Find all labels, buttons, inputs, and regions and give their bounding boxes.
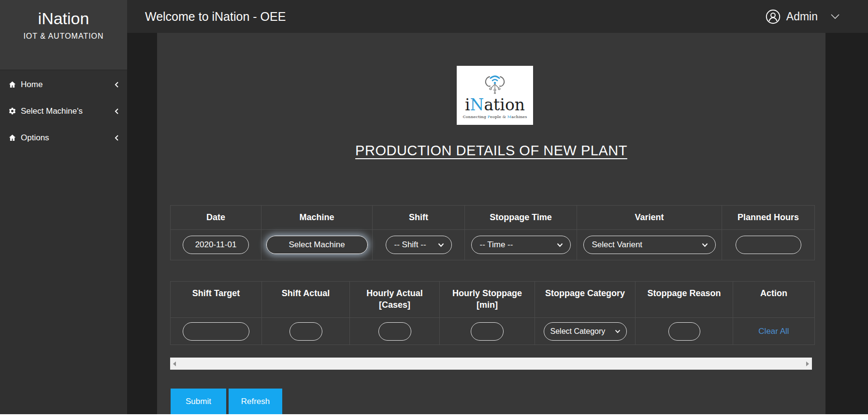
brand-title: iNation <box>38 10 89 28</box>
clear-all-link[interactable]: Clear All <box>758 327 789 336</box>
form-actions: Submit Refresh <box>171 389 282 414</box>
entry-table: Date Machine Shift Stoppage Time Varient… <box>170 205 815 260</box>
logo-wordmark: iNation <box>465 97 525 113</box>
column-header-hourly-actual: Hourly Actual[Cases] <box>350 282 440 318</box>
shift-table: Shift Target Shift Actual Hourly Actual[… <box>170 281 815 345</box>
chevron-left-icon <box>115 81 119 88</box>
column-header-stoppage-reason: Stoppage Reason <box>636 282 733 318</box>
column-header-stoppage-time: Stoppage Time <box>465 206 577 230</box>
topbar: Welcome to iNation - OEE Admin <box>127 0 868 33</box>
column-header-shift-target: Shift Target <box>171 282 262 318</box>
stoppage-time-select[interactable]: -- Time -- <box>471 236 571 254</box>
entry-table-header-row: Date Machine Shift Stoppage Time Varient… <box>171 206 815 230</box>
sidebar-item-label: Home <box>21 80 43 90</box>
logo-tagline: Connecting People & Machines <box>463 115 527 119</box>
hourly-stoppage-input[interactable] <box>471 322 504 341</box>
chevron-down-icon <box>557 243 563 247</box>
stoppage-time-select-value: -- Time -- <box>480 240 513 250</box>
chevron-left-icon <box>115 135 119 141</box>
planned-hours-input[interactable] <box>736 236 801 254</box>
page-title: Welcome to iNation - OEE <box>145 10 286 24</box>
column-header-machine: Machine <box>261 206 373 230</box>
chevron-left-icon <box>115 108 119 115</box>
hourly-actual-input[interactable] <box>378 322 411 341</box>
stoppage-category-value: Select Category <box>550 327 606 336</box>
column-header-date: Date <box>171 206 261 230</box>
sidebar-item-label: Options <box>21 133 49 143</box>
home-icon <box>8 134 16 142</box>
column-header-shift: Shift <box>373 206 465 230</box>
user-name: Admin <box>786 10 818 23</box>
column-header-shift-actual: Shift Actual <box>262 282 350 318</box>
shift-table-input-row: Select Category Clear All <box>171 318 815 345</box>
column-header-planned-hours: Planned Hours <box>722 206 815 230</box>
user-menu[interactable]: Admin <box>766 9 840 24</box>
shift-select-value: -- Shift -- <box>394 240 426 250</box>
sidebar: iNation IOT & AUTOMATION Home Select Mac… <box>0 0 127 414</box>
column-header-hourly-stoppage: Hourly Stoppage[min] <box>440 282 535 318</box>
section-heading: PRODUCTION DETAILS OF NEW PLANT <box>157 143 825 159</box>
varient-select[interactable]: Select Varient <box>583 236 716 254</box>
app-page: iNation IOT & AUTOMATION Home Select Mac… <box>0 0 868 420</box>
chevron-down-icon <box>615 330 621 333</box>
shift-target-input[interactable] <box>183 322 249 341</box>
sidebar-item-label: Select Machine's <box>21 106 83 116</box>
column-header-varient: Varient <box>577 206 722 230</box>
content-panel: iNation Connecting People & Machines PRO… <box>157 33 825 414</box>
sidebar-item-options[interactable]: Options <box>0 124 127 151</box>
date-input[interactable] <box>183 236 249 254</box>
user-avatar-icon <box>766 9 781 24</box>
logo-card: iNation Connecting People & Machines <box>457 66 533 125</box>
column-header-stoppage-category: Stoppage Category <box>535 282 636 318</box>
sidebar-brand: iNation IOT & AUTOMATION <box>0 0 127 70</box>
stoppage-reason-input[interactable] <box>668 322 700 341</box>
shift-table-header-row: Shift Target Shift Actual Hourly Actual[… <box>171 282 815 318</box>
submit-button[interactable]: Submit <box>171 389 226 414</box>
sidebar-menu: Home Select Machine's Options <box>0 70 127 151</box>
scroll-right-arrow-icon[interactable] <box>806 361 809 366</box>
scroll-left-arrow-icon[interactable] <box>173 361 176 366</box>
home-icon <box>8 80 16 89</box>
varient-select-value: Select Varient <box>592 240 643 250</box>
chevron-down-icon <box>830 14 840 19</box>
column-header-action: Action <box>733 282 815 318</box>
machine-input[interactable] <box>266 236 368 254</box>
shift-actual-input[interactable] <box>289 322 322 341</box>
logo-cloud-icon <box>480 72 510 96</box>
chevron-down-icon <box>702 243 708 247</box>
refresh-button[interactable]: Refresh <box>229 389 282 414</box>
chevron-down-icon <box>438 243 444 247</box>
shift-select[interactable]: -- Shift -- <box>386 236 452 254</box>
sidebar-item-select-machines[interactable]: Select Machine's <box>0 98 127 124</box>
main-area: iNation Connecting People & Machines PRO… <box>127 33 868 414</box>
entry-table-input-row: -- Shift -- -- Time -- <box>171 230 815 260</box>
stoppage-category-select[interactable]: Select Category <box>544 322 627 341</box>
gear-icon <box>8 107 16 115</box>
brand-subtitle: IOT & AUTOMATION <box>23 32 103 41</box>
horizontal-scrollbar[interactable] <box>170 358 812 370</box>
sidebar-item-home[interactable]: Home <box>0 71 127 98</box>
